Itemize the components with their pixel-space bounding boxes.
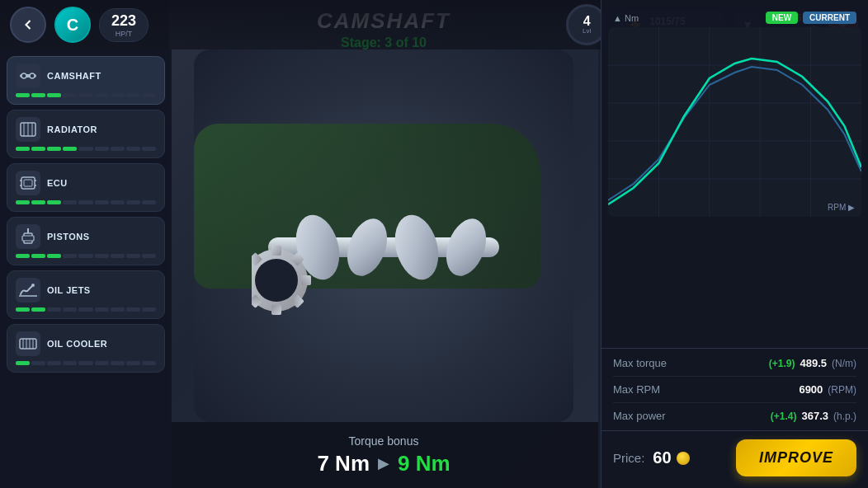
- level-label: Lvl: [583, 28, 591, 35]
- torque-values: 7 Nm ▶ 9 Nm: [317, 451, 450, 476]
- sidebar-item-header: CAMSHAFT: [16, 63, 156, 88]
- radiator-label: RADIATOR: [47, 124, 97, 134]
- camshaft-image: [252, 165, 516, 330]
- car-background: CAMSHAFT Stage: 3 of 10: [169, 0, 598, 488]
- ecu-icon: [16, 171, 40, 195]
- sidebar-item-radiator[interactable]: RADIATOR: [7, 110, 165, 158]
- radiator-progress: [16, 147, 156, 151]
- torque-new: 9 Nm: [398, 451, 451, 476]
- stat-unit-power: (h.p.): [833, 411, 856, 422]
- sidebar-item-header: OIL COOLER: [16, 331, 156, 356]
- stat-row-torque: Max torque (+1.9) 489.5 (N/m): [613, 357, 856, 377]
- bottom-section: Price: 60 IMPROVE: [601, 430, 868, 488]
- price-label: Price:: [613, 451, 644, 465]
- sidebar-item-header: OIL JETS: [16, 278, 156, 303]
- svg-rect-8: [24, 180, 32, 186]
- chart-svg: [608, 27, 861, 217]
- svg-rect-14: [22, 236, 34, 241]
- camshaft-progress: [16, 93, 156, 97]
- stat-row-power: Max power (+1.4) 367.3 (h.p.): [613, 410, 856, 422]
- stat-value-power-num: 367.3: [801, 410, 828, 422]
- sidebar-item-header: PISTONS: [16, 224, 156, 249]
- svg-point-29: [255, 259, 298, 302]
- torque-old: 7 Nm: [317, 451, 370, 476]
- chart-area: ▲ Nm NEW CURRENT: [601, 0, 868, 348]
- svg-point-2: [30, 73, 35, 78]
- oil-cooler-icon: [16, 331, 40, 356]
- chart-labels: ▲ Nm NEW CURRENT: [608, 7, 861, 24]
- player-badge: C: [54, 7, 91, 43]
- stat-value-torque-num: 489.5: [800, 357, 827, 369]
- stat-delta-power: (+1.4): [771, 411, 797, 422]
- stat-row-rpm: Max RPM 6900 (RPM): [613, 383, 856, 403]
- oil-jets-progress: [16, 307, 156, 312]
- right-panel: ▲ Nm NEW CURRENT: [601, 0, 868, 488]
- sidebar-item-oil-jets[interactable]: OIL JETS: [7, 270, 165, 319]
- torque-arrow: ▶: [378, 454, 389, 472]
- ecu-progress: [16, 200, 156, 204]
- new-badge: NEW: [766, 12, 798, 24]
- sidebar-item-ecu[interactable]: ECU: [7, 163, 165, 212]
- stat-value-rpm-num: 6900: [799, 383, 823, 396]
- hp-display: 223 HP/T: [99, 8, 149, 42]
- sidebar-item-camshaft[interactable]: CAMSHAFT: [7, 56, 165, 105]
- stat-delta-torque: (+1.9): [769, 358, 795, 369]
- svg-rect-34: [271, 305, 281, 315]
- sidebar: CAMSHAFT RADIATOR: [0, 49, 172, 488]
- torque-chart: RPM ▶: [608, 27, 861, 217]
- stat-value-rpm: 6900 (RPM): [799, 383, 856, 396]
- stat-value-torque: (+1.9) 489.5 (N/m): [769, 357, 856, 369]
- oil-cooler-progress: [16, 361, 156, 365]
- price-area: Price: 60: [613, 448, 690, 467]
- svg-point-16: [31, 284, 35, 287]
- stat-name-power: Max power: [613, 410, 666, 422]
- price-coin-icon: [677, 452, 690, 465]
- svg-rect-30: [271, 246, 281, 256]
- hp-unit: HP/T: [116, 30, 133, 38]
- svg-point-1: [21, 73, 26, 78]
- chart-badges: NEW CURRENT: [766, 12, 856, 24]
- pistons-label: PISTONS: [47, 232, 90, 242]
- nm-label: ▲ Nm: [613, 13, 639, 23]
- camshaft-label: CAMSHAFT: [47, 71, 101, 81]
- stat-name-rpm: Max RPM: [613, 383, 660, 396]
- radiator-icon: [16, 117, 40, 142]
- camshaft-icon: [16, 63, 40, 88]
- torque-bonus-label: Torque bonus: [349, 434, 419, 448]
- sidebar-item-header: RADIATOR: [16, 117, 156, 142]
- sidebar-item-header: ECU: [16, 171, 156, 195]
- back-button[interactable]: [10, 7, 46, 43]
- stat-unit-rpm: (RPM): [828, 384, 856, 396]
- svg-rect-18: [20, 339, 36, 349]
- stat-name-torque: Max torque: [613, 357, 667, 369]
- sidebar-item-oil-cooler[interactable]: OIL COOLER: [7, 324, 165, 373]
- svg-rect-32: [301, 275, 311, 285]
- ecu-label: ECU: [47, 178, 68, 188]
- price-amount: 60: [653, 448, 671, 467]
- oil-cooler-label: OIL COOLER: [47, 339, 107, 349]
- stats-section: Max torque (+1.9) 489.5 (N/m) Max RPM 69…: [601, 348, 868, 430]
- stat-unit-torque: (N/m): [832, 358, 856, 369]
- price-value-group: 60: [653, 448, 689, 467]
- rpm-label: RPM ▶: [828, 203, 855, 212]
- current-badge: CURRENT: [803, 12, 856, 24]
- improve-button[interactable]: IMPROVE: [736, 439, 856, 476]
- sidebar-item-pistons[interactable]: PISTONS: [7, 217, 165, 265]
- pistons-progress: [16, 254, 156, 258]
- stat-value-power: (+1.4) 367.3 (h.p.): [771, 410, 856, 422]
- torque-area: Torque bonus 7 Nm ▶ 9 Nm: [169, 422, 598, 488]
- oil-jets-icon: [16, 278, 40, 303]
- hp-value: 223: [111, 12, 136, 30]
- pistons-icon: [16, 224, 40, 249]
- oil-jets-label: OIL JETS: [47, 285, 91, 295]
- level-number: 4: [583, 15, 591, 28]
- svg-point-26: [388, 210, 445, 284]
